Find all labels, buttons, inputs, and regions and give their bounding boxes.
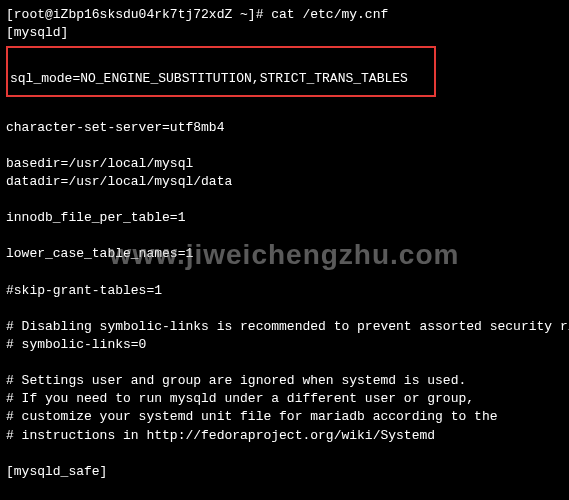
systemd-comment-2: # If you need to run mysqld under a diff… bbox=[6, 390, 563, 408]
systemd-comment-1: # Settings user and group are ignored wh… bbox=[6, 372, 563, 390]
blank bbox=[6, 264, 563, 282]
symlinks-comment-1: # Disabling symbolic-links is recommende… bbox=[6, 318, 563, 336]
blank bbox=[6, 354, 563, 372]
blank bbox=[6, 481, 563, 499]
blank bbox=[6, 101, 563, 119]
symlinks-comment-2: # symbolic-links=0 bbox=[6, 336, 563, 354]
skip-grant-line: #skip-grant-tables=1 bbox=[6, 282, 563, 300]
shell-prompt: [root@iZbp16sksdu04rk7tj72xdZ ~]# cat /e… bbox=[6, 6, 563, 24]
blank bbox=[10, 52, 432, 70]
config-section-mysqld: [mysqld] bbox=[6, 24, 563, 42]
config-section-mysqld-safe: [mysqld_safe] bbox=[6, 463, 563, 481]
systemd-comment-4: # instructions in http://fedoraproject.o… bbox=[6, 427, 563, 445]
sql-mode-line: sql_mode=NO_ENGINE_SUBSTITUTION,STRICT_T… bbox=[10, 70, 432, 88]
highlighted-setting: sql_mode=NO_ENGINE_SUBSTITUTION,STRICT_T… bbox=[6, 46, 436, 96]
blank bbox=[6, 300, 563, 318]
systemd-comment-3: # customize your systemd unit file for m… bbox=[6, 408, 563, 426]
lowercase-line: lower_case_table_names=1 bbox=[6, 245, 563, 263]
charset-line: character-set-server=utf8mb4 bbox=[6, 119, 563, 137]
basedir-line: basedir=/usr/local/mysql bbox=[6, 155, 563, 173]
blank bbox=[6, 137, 563, 155]
blank bbox=[6, 445, 563, 463]
innodb-line: innodb_file_per_table=1 bbox=[6, 209, 563, 227]
blank bbox=[6, 227, 563, 245]
blank bbox=[6, 191, 563, 209]
datadir-line: datadir=/usr/local/mysql/data bbox=[6, 173, 563, 191]
